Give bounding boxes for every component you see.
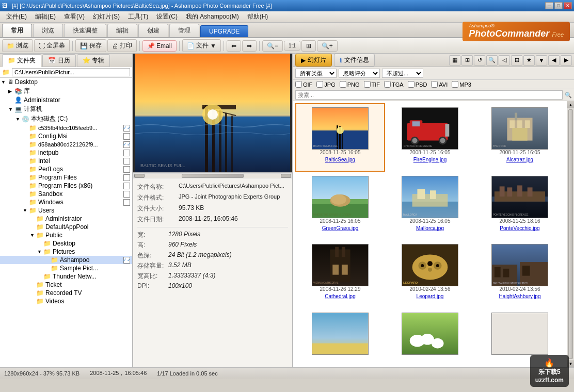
tree-item-sandbox[interactable]: 📁 Sandbox	[0, 190, 132, 198]
tb-icon-7[interactable]: ★	[523, 55, 535, 66]
tree-item-perflogs[interactable]: 📁 PerfLogs	[0, 165, 132, 173]
thumbnail-item[interactable]: BALTIC SEA IS FULL 2008-11-25 16:05 Balt…	[295, 103, 385, 172]
folder-tab-history[interactable]: 📅 日历	[42, 54, 75, 67]
tree-item-ashampoo[interactable]: 📁 Ashampoo ✓	[0, 256, 132, 264]
checkbox-c535[interactable]: ✓	[123, 125, 130, 132]
thumbnail-item[interactable]	[385, 308, 475, 366]
path-input[interactable]	[12, 68, 130, 76]
tb-icon-2[interactable]: ⊞	[461, 55, 473, 66]
tb-icon-9[interactable]: ◀	[548, 55, 560, 66]
thumbnail-item[interactable]: CHICAGO FIRE ENGINE 2008-11-25 16:05 Fir…	[385, 103, 475, 172]
tree-item-users[interactable]: ▼ 📁 Users	[0, 206, 132, 215]
scrollbar-v[interactable]: ▲ ▼	[567, 101, 574, 367]
tb-icon-4[interactable]: 🔍	[486, 55, 498, 66]
checkbox-sandbox[interactable]	[123, 191, 130, 198]
checkbox-prog86[interactable]	[123, 183, 130, 189]
filter-tif[interactable]: TIF	[364, 81, 380, 88]
thumbnail-item[interactable]: THE ROCK 2008-11-25 16:05 Alcatraz.jpg	[475, 103, 565, 172]
minimize-button[interactable]: ─	[545, 2, 553, 9]
checkbox-windows[interactable]	[123, 199, 130, 206]
tab-slideshow[interactable]: ▶ 幻灯片	[295, 54, 332, 67]
tab-manage[interactable]: 管理	[169, 24, 199, 37]
sort-filter[interactable]: 忽略评分	[339, 69, 380, 78]
checkbox-inetpub[interactable]	[123, 150, 130, 156]
tree-item-desktop[interactable]: ▼ 🖥 Desktop	[0, 78, 132, 86]
tree-item-progfiles86[interactable]: 📁 Program Files (x86)	[0, 182, 132, 190]
filter-mp3[interactable]: MP3	[452, 81, 471, 88]
print-button[interactable]: 🖨 打印	[107, 39, 137, 52]
tree-item-admin-top[interactable]: 👤 Administrator	[0, 96, 132, 104]
filter-avi[interactable]: AVI	[431, 81, 448, 88]
tb-icon-5[interactable]: ◁	[499, 55, 510, 66]
file-button[interactable]: 📄 文件 ▼	[182, 39, 221, 52]
filter-jpg[interactable]: JPG	[316, 81, 335, 88]
folder-tab-special[interactable]: ⭐ 专辑	[77, 54, 110, 67]
tree-item-drive-c[interactable]: ▼ 💿 本地磁盘 (C:)	[0, 114, 132, 124]
search-input[interactable]	[295, 90, 563, 100]
search-icon[interactable]: 🔍	[565, 92, 572, 99]
tree-item-library[interactable]: ▶ 📚 库	[0, 86, 132, 96]
browse-button[interactable]: 📁 浏览	[2, 39, 33, 52]
checkbox-perf[interactable]	[123, 166, 130, 173]
preview-scrollbar-h[interactable]	[133, 172, 292, 178]
menu-help[interactable]: 帮助(H)	[243, 11, 273, 22]
zoom-out-button[interactable]: 🔍−	[262, 40, 283, 52]
thumbnail-item[interactable]: VIENNA CATHEDRAL 2008-11-26 12:29 Cathed…	[295, 240, 385, 308]
save-button[interactable]: 💾 保存	[75, 39, 106, 52]
tree-item-d58[interactable]: 📁 d58aab80cd221262f9... ✓	[0, 140, 132, 149]
menu-view[interactable]: 查看(V)	[60, 11, 89, 22]
menu-tools[interactable]: 工具(T)	[124, 11, 152, 22]
nav-back-button[interactable]: ⬅	[227, 40, 241, 52]
thumbnail-item[interactable]: WHERE THE GRASS IS GREEN 2008-11-25 16:0…	[295, 172, 385, 240]
tree-item-pictures[interactable]: ▼ 📁 Pictures	[0, 248, 132, 256]
zoom-100-button[interactable]: 1:1	[284, 41, 300, 51]
thumbnail-item[interactable]: SAN FRANCISCO HAIGHT ASHBURY 2010-02-24 …	[475, 240, 565, 308]
scroll-up-button[interactable]: ▲	[567, 101, 574, 108]
checkbox-d58[interactable]: ✓	[123, 141, 130, 148]
maximize-button[interactable]: □	[554, 2, 563, 9]
menu-my-ashampoo[interactable]: 我的 Ashampoo(M)	[182, 11, 243, 22]
tree-item-windows[interactable]: 📁 Windows	[0, 198, 132, 206]
tree-item-c535[interactable]: 📁 c535fb4fdcc105feeb9... ✓	[0, 124, 132, 132]
tree-item-public[interactable]: ▼ 📁 Public	[0, 231, 132, 239]
tb-icon-8[interactable]: ▼	[536, 55, 547, 66]
filter-gif[interactable]: GIF	[295, 81, 312, 88]
tb-icon-6[interactable]: ⊞	[511, 55, 522, 66]
nav-forward-button[interactable]: ➡	[242, 40, 257, 52]
menu-slideshow[interactable]: 幻灯片(S)	[89, 11, 124, 22]
filter-tga[interactable]: TGA	[384, 81, 404, 88]
thumbnail-item[interactable]: MALLORCA 2008-11-25 16:05 Mallorca.jpg	[385, 172, 475, 240]
tree-item-ticket[interactable]: 📁 Ticket	[0, 281, 132, 289]
tree-item-sample[interactable]: 📁 Sample Pict...	[0, 264, 132, 272]
filter-png[interactable]: PNG	[340, 81, 360, 88]
tree-item-thunder[interactable]: 📁 Thunder Netw...	[0, 272, 132, 281]
tab-browse[interactable]: 浏览	[33, 24, 63, 37]
tab-upgrade[interactable]: UPGRADE	[200, 25, 248, 37]
tab-common[interactable]: 常用	[2, 24, 32, 37]
tab-fileinfo[interactable]: ℹ 文件信息	[334, 54, 375, 67]
folder-tab-files[interactable]: 📁 文件夹	[2, 54, 41, 67]
tab-edit[interactable]: 编辑	[107, 24, 137, 37]
close-button[interactable]: ✕	[564, 2, 572, 9]
tree-item-progfiles[interactable]: 📁 Program Files	[0, 173, 132, 182]
thumbnail-item[interactable]: PONTE VECCHIO FLORENCE 2008-11-25 18:16 …	[475, 172, 565, 240]
thumbnail-item[interactable]: LEOPARD 2010-02-24 13:56 Leopard.jpg	[385, 240, 475, 308]
checkbox-ashampoo[interactable]: ✓	[123, 257, 130, 264]
type-filter[interactable]: 所有类型	[295, 69, 337, 78]
tree-item-configmsi[interactable]: 📁 Config.Msi	[0, 132, 132, 140]
tb-icon-3[interactable]: ↺	[474, 55, 485, 66]
tb-icon-1[interactable]: ▦	[449, 55, 460, 66]
tree-item-inetpub[interactable]: 📁 inetpub	[0, 149, 132, 157]
tree-item-intel[interactable]: 📁 Intel	[0, 157, 132, 165]
email-button[interactable]: 📌 Email	[142, 40, 177, 52]
checkbox-intel[interactable]	[123, 158, 130, 165]
limit-filter[interactable]: 不超过...	[382, 69, 423, 78]
menu-file[interactable]: 文件(E)	[2, 11, 31, 22]
menu-edit[interactable]: 编辑(E)	[31, 11, 60, 22]
tb-icon-10[interactable]: ▶	[561, 55, 572, 66]
scroll-thumb[interactable]	[568, 109, 573, 359]
fullscreen-button[interactable]: ⛶ 全屏幕	[34, 39, 70, 52]
tree-item-recorded[interactable]: 📁 Recorded TV	[0, 289, 132, 297]
tab-create[interactable]: 创建	[138, 24, 168, 37]
filter-psd[interactable]: PSD	[408, 81, 427, 88]
